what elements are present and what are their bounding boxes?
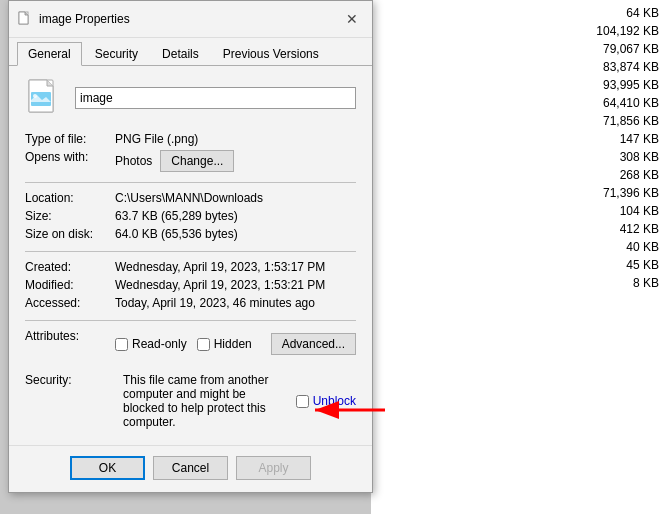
opens-label: Opens with: [25, 148, 115, 174]
bg-list-item: 308 KB [371, 148, 671, 166]
button-row: OK Cancel Apply [9, 445, 372, 492]
created-label: Created: [25, 258, 115, 276]
created-value: Wednesday, April 19, 2023, 1:53:17 PM [115, 258, 356, 276]
type-label: Type of file: [25, 130, 115, 148]
hidden-checkbox[interactable] [197, 338, 210, 351]
bg-list-item: 104 KB [371, 202, 671, 220]
divider-1 [25, 182, 356, 183]
properties-dialog: image Properties ✕ General Security Deta… [8, 0, 373, 493]
size-on-disk-label: Size on disk: [25, 225, 115, 243]
tab-general[interactable]: General [17, 42, 82, 66]
security-row: Security: This file came from another co… [25, 369, 356, 433]
properties-table: Type of file: PNG File (.png) Opens with… [25, 130, 356, 174]
bg-list-item: 71,396 KB [371, 184, 671, 202]
location-value: C:\Users\MANN\Downloads [115, 189, 356, 207]
divider-3 [25, 320, 356, 321]
bg-list-item: 64,410 KB [371, 94, 671, 112]
size-label: Size: [25, 207, 115, 225]
hidden-checkbox-label[interactable]: Hidden [197, 337, 252, 351]
attributes-label: Attributes: [25, 327, 115, 361]
bg-list-item: 8 KB [371, 274, 671, 292]
unblock-checkbox[interactable] [296, 395, 309, 408]
close-button[interactable]: ✕ [340, 7, 364, 31]
tab-security[interactable]: Security [84, 42, 149, 65]
tab-details[interactable]: Details [151, 42, 210, 65]
bg-list-item: 83,874 KB [371, 58, 671, 76]
unblock-group: Unblock [296, 394, 356, 408]
advanced-button[interactable]: Advanced... [271, 333, 356, 355]
type-value: PNG File (.png) [115, 130, 356, 148]
divider-2 [25, 251, 356, 252]
background-file-list: 64 KB 104,192 KB 79,067 KB 83,874 KB 93,… [371, 0, 671, 514]
modified-value: Wednesday, April 19, 2023, 1:53:21 PM [115, 276, 356, 294]
unblock-label[interactable]: Unblock [313, 394, 356, 408]
cancel-button[interactable]: Cancel [153, 456, 228, 480]
tab-bar: General Security Details Previous Versio… [9, 38, 372, 66]
location-table: Location: C:\Users\MANN\Downloads Size: … [25, 189, 356, 243]
security-text: This file came from another computer and… [123, 373, 288, 429]
change-button[interactable]: Change... [160, 150, 234, 172]
bg-list-item: 71,856 KB [371, 112, 671, 130]
modified-label: Modified: [25, 276, 115, 294]
dialog-content: Type of file: PNG File (.png) Opens with… [9, 66, 372, 445]
title-bar: image Properties ✕ [9, 1, 372, 38]
bg-list-item: 93,995 KB [371, 76, 671, 94]
bg-list-item: 147 KB [371, 130, 671, 148]
svg-point-4 [33, 94, 37, 98]
tab-previous-versions[interactable]: Previous Versions [212, 42, 330, 65]
size-on-disk-value: 64.0 KB (65,536 bytes) [115, 225, 356, 243]
location-label: Location: [25, 189, 115, 207]
security-label: Security: [25, 373, 115, 429]
attributes-table: Attributes: Read-only Hidden Advanced... [25, 327, 356, 361]
accessed-label: Accessed: [25, 294, 115, 312]
file-name-input[interactable] [75, 87, 356, 109]
bg-list-item: 412 KB [371, 220, 671, 238]
bg-list-item: 64 KB [371, 4, 671, 22]
readonly-label: Read-only [132, 337, 187, 351]
opens-value: Photos [115, 154, 152, 168]
bg-list-item: 45 KB [371, 256, 671, 274]
size-value: 63.7 KB (65,289 bytes) [115, 207, 356, 225]
bg-list-item: 104,192 KB [371, 22, 671, 40]
dialog-icon [17, 11, 33, 27]
hidden-label: Hidden [214, 337, 252, 351]
bg-list-item: 268 KB [371, 166, 671, 184]
readonly-checkbox-label[interactable]: Read-only [115, 337, 187, 351]
dialog-title: image Properties [39, 12, 340, 26]
file-type-icon [25, 78, 65, 118]
accessed-value: Today, April 19, 2023, 46 minutes ago [115, 294, 356, 312]
file-name-row [25, 78, 356, 118]
bg-list-item: 79,067 KB [371, 40, 671, 58]
dates-table: Created: Wednesday, April 19, 2023, 1:53… [25, 258, 356, 312]
apply-button[interactable]: Apply [236, 456, 311, 480]
ok-button[interactable]: OK [70, 456, 145, 480]
readonly-checkbox[interactable] [115, 338, 128, 351]
bg-list-item: 40 KB [371, 238, 671, 256]
